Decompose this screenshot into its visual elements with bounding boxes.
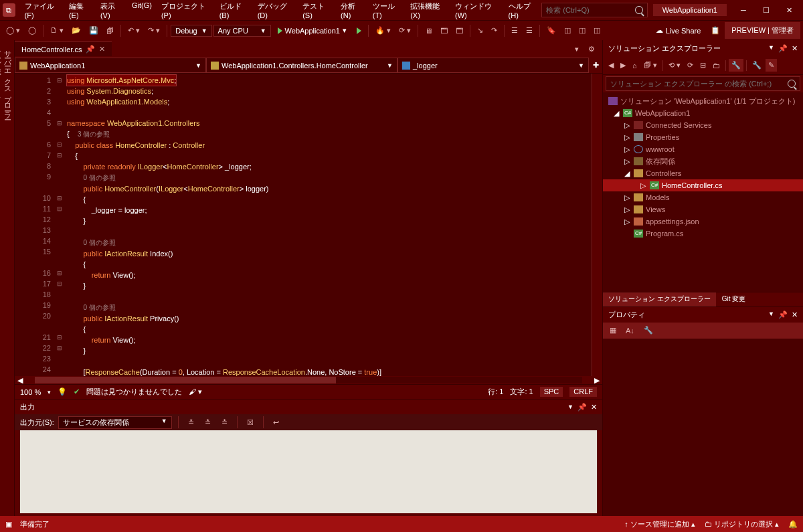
tree-controllers[interactable]: ◢Controllers bbox=[603, 167, 803, 179]
undo-button[interactable]: ↶ ▾ bbox=[124, 24, 143, 37]
wrap-button[interactable]: ↩ bbox=[270, 416, 282, 429]
tb-btn-2[interactable]: 🗔 bbox=[437, 25, 451, 37]
output-source-dropdown[interactable]: サービスの依存関係▼ bbox=[58, 416, 172, 429]
sb-repo[interactable]: 🗀 リポジトリの選択 ▴ bbox=[705, 519, 779, 529]
close-icon[interactable]: ✕ bbox=[591, 403, 597, 412]
save-button[interactable]: 💾 bbox=[86, 24, 102, 37]
se-showall-button[interactable]: 🗀 bbox=[710, 60, 723, 72]
tree-dependencies[interactable]: ▷依存関係 bbox=[603, 155, 803, 167]
config-dropdown[interactable]: Debug▼ bbox=[171, 25, 211, 37]
lineend-indicator[interactable]: CRLF bbox=[569, 387, 597, 397]
menu-test[interactable]: テスト(S) bbox=[298, 0, 335, 22]
tree-models[interactable]: ▷Models bbox=[603, 191, 803, 203]
se-sync-button[interactable]: ⟲ ▾ bbox=[666, 59, 683, 72]
pin-icon[interactable]: 📌 bbox=[86, 45, 95, 54]
dropdown-icon[interactable]: ▼ bbox=[768, 311, 774, 319]
tree-solution-root[interactable]: ソリューション 'WebApplication1' (1/1 プロジェクト) bbox=[603, 95, 803, 107]
se-refresh-button[interactable]: ⟳ bbox=[685, 59, 696, 72]
lightbulb-icon[interactable]: 💡 bbox=[58, 387, 67, 396]
file-tab-homecontroller[interactable]: HomeController.cs 📌 ✕ bbox=[15, 41, 112, 56]
step-into-button[interactable]: ↘ bbox=[474, 24, 486, 37]
pin-icon[interactable]: 📌 bbox=[577, 403, 587, 412]
se-properties-button[interactable]: 🔧 bbox=[729, 59, 743, 72]
refresh-button[interactable]: ⟳ ▾ bbox=[395, 24, 414, 37]
se-settings-button[interactable]: ✎ bbox=[766, 59, 777, 72]
feedback-button[interactable]: 📋 bbox=[707, 24, 723, 37]
redo-button[interactable]: ↷ ▾ bbox=[145, 24, 163, 37]
menu-view[interactable]: 表示(V) bbox=[96, 0, 126, 22]
bookmark-button[interactable]: 🔖 bbox=[543, 24, 559, 37]
breakpoint-margin[interactable] bbox=[15, 74, 24, 376]
output-btn-1[interactable]: ≛ bbox=[185, 416, 197, 429]
nav-forward-button[interactable]: ◯ bbox=[25, 24, 39, 37]
nav-back-button[interactable]: ◯ ▾ bbox=[3, 24, 23, 37]
solution-tree[interactable]: ソリューション 'WebApplication1' (1/1 プロジェクト) ◢… bbox=[603, 92, 803, 292]
code-editor[interactable]: 1234567891011121314151617181920212223242… bbox=[15, 74, 602, 376]
indent-indicator[interactable]: SPC bbox=[540, 387, 563, 397]
tab-overflow-button[interactable]: ▾ bbox=[571, 43, 582, 56]
output-body[interactable] bbox=[20, 430, 597, 513]
close-icon[interactable]: ✕ bbox=[792, 311, 798, 319]
open-button[interactable]: 📂 bbox=[68, 24, 84, 37]
nav-member-dropdown[interactable]: _logger▼ bbox=[397, 58, 589, 73]
platform-dropdown[interactable]: Any CPU▼ bbox=[213, 25, 271, 37]
zoom-level[interactable]: 100 % bbox=[20, 388, 41, 396]
char-indicator[interactable]: 文字: 1 bbox=[510, 387, 533, 397]
nav-class-dropdown[interactable]: WebApplication1.Controllers.HomeControll… bbox=[206, 58, 397, 73]
props-az-button[interactable]: A↓ bbox=[623, 325, 637, 337]
menu-edit[interactable]: 編集(E) bbox=[65, 0, 95, 22]
menu-extensions[interactable]: 拡張機能(X) bbox=[406, 0, 450, 22]
pin-icon[interactable]: 📌 bbox=[778, 311, 788, 319]
se-collapse-button[interactable]: ⊟ bbox=[697, 59, 709, 72]
tree-homecontroller[interactable]: ▷C#HomeController.cs bbox=[603, 179, 803, 191]
properties-body[interactable] bbox=[603, 339, 803, 517]
save-all-button[interactable]: 🗐 bbox=[103, 25, 117, 37]
step-over-button[interactable]: ↷ bbox=[488, 24, 501, 37]
dropdown-icon[interactable]: ▼ bbox=[768, 44, 774, 53]
code-content[interactable]: using Microsoft.AspNetCore.Mvc; using Sy… bbox=[64, 74, 592, 376]
menu-debug[interactable]: デバッグ(D) bbox=[254, 0, 297, 22]
close-button[interactable]: ✕ bbox=[778, 1, 800, 19]
nav-project-dropdown[interactable]: WebApplication1▼ bbox=[15, 58, 206, 73]
tab-settings-button[interactable]: ⚙ bbox=[585, 43, 598, 56]
menu-file[interactable]: ファイル(F) bbox=[21, 0, 64, 22]
tb-btn-3[interactable]: 🗔 bbox=[452, 25, 466, 37]
preview-badge[interactable]: PREVIEW | 管理者 bbox=[725, 22, 800, 39]
new-project-button[interactable]: 🗋 ▾ bbox=[47, 24, 67, 37]
close-icon[interactable]: ✕ bbox=[792, 44, 798, 53]
tb-btn-7[interactable]: ◫ bbox=[575, 24, 589, 37]
output-btn-2[interactable]: ≛ bbox=[201, 416, 214, 429]
horizontal-scrollbar[interactable]: ◀▶ bbox=[15, 376, 602, 384]
se-switch-button[interactable]: 🗐 ▾ bbox=[641, 59, 660, 72]
maximize-button[interactable]: ☐ bbox=[755, 1, 778, 19]
dropdown-icon[interactable]: ▼ bbox=[567, 404, 573, 410]
close-tab-button[interactable]: ✕ bbox=[99, 45, 105, 54]
se-home-button[interactable]: ⌂ bbox=[630, 60, 640, 72]
se-search-input[interactable] bbox=[610, 80, 788, 88]
tb-btn-6[interactable]: ◫ bbox=[561, 24, 574, 37]
quick-search-input[interactable] bbox=[546, 6, 635, 14]
solution-explorer-search[interactable] bbox=[606, 76, 800, 91]
tab-git-changes[interactable]: Git 変更 bbox=[717, 292, 751, 306]
tree-views[interactable]: ▷Views bbox=[603, 203, 803, 215]
tab-solution-explorer[interactable]: ソリューション エクスプローラー bbox=[603, 292, 716, 306]
live-share-button[interactable]: ☁ Live Share bbox=[650, 24, 707, 37]
tree-connected-services[interactable]: ▷Connected Services bbox=[603, 119, 803, 131]
line-indicator[interactable]: 行: 1 bbox=[488, 387, 503, 397]
props-wrench-button[interactable]: 🔧 bbox=[641, 324, 656, 337]
clear-output-button[interactable]: ☒ bbox=[244, 416, 257, 429]
tree-project[interactable]: ◢C#WebApplication1 bbox=[603, 107, 803, 119]
pin-icon[interactable]: 📌 bbox=[778, 44, 788, 53]
browser-link-button[interactable]: 🖥 bbox=[422, 25, 436, 37]
tree-wwwroot[interactable]: ▷wwwroot bbox=[603, 143, 803, 155]
split-button[interactable]: ✚ bbox=[589, 58, 602, 73]
fold-margin[interactable]: ⊟⊟⊟⊟⊟⊟⊟⊟⊟⊟⊟⊟ bbox=[55, 74, 64, 376]
tb-btn-8[interactable]: ◫ bbox=[590, 24, 604, 37]
se-preview-button[interactable]: 🔧 bbox=[749, 59, 764, 72]
se-fwd-button[interactable]: ▶ bbox=[618, 59, 628, 72]
sb-source-control[interactable]: ↑ ソース管理に追加 ▴ bbox=[624, 519, 695, 529]
se-back-button[interactable]: ◀ bbox=[606, 59, 616, 72]
tree-properties[interactable]: ▷Properties bbox=[603, 131, 803, 143]
menu-project[interactable]: プロジェクト(P) bbox=[157, 0, 214, 22]
output-btn-3[interactable]: ≛ bbox=[218, 416, 231, 429]
